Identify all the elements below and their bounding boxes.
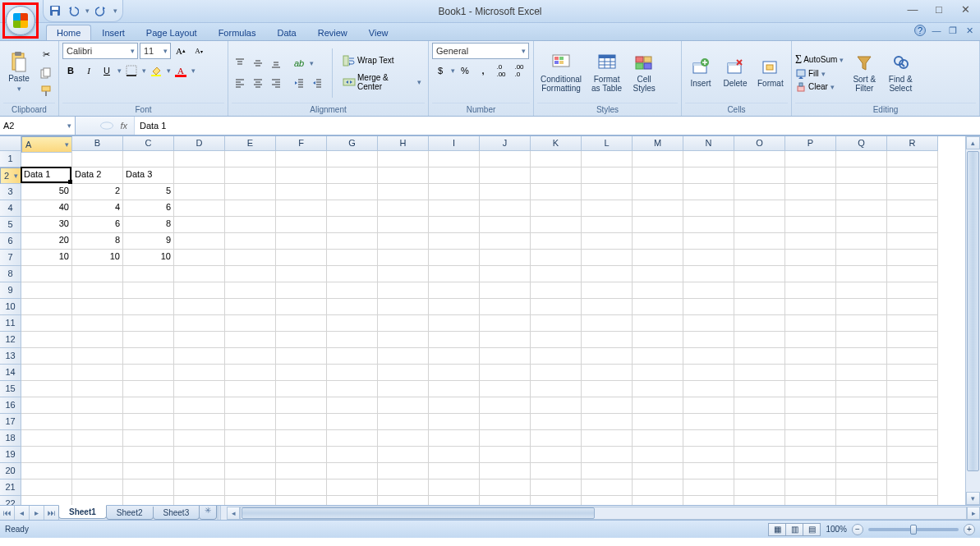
increase-decimal-icon[interactable]: .0.00 bbox=[493, 62, 509, 79]
cell[interactable] bbox=[327, 397, 378, 414]
cell[interactable] bbox=[276, 463, 327, 479]
cell[interactable] bbox=[836, 348, 887, 365]
cell[interactable] bbox=[683, 496, 734, 505]
cell[interactable] bbox=[72, 151, 123, 167]
cell[interactable] bbox=[327, 151, 378, 167]
align-left-icon[interactable] bbox=[232, 75, 248, 91]
insert-cells-button[interactable]: Insert bbox=[685, 56, 716, 89]
cell[interactable] bbox=[633, 250, 683, 266]
zoom-out-icon[interactable]: − bbox=[852, 524, 863, 535]
column-header[interactable]: K bbox=[531, 136, 582, 151]
cell[interactable] bbox=[480, 447, 531, 463]
cell[interactable] bbox=[734, 167, 785, 184]
cell[interactable] bbox=[683, 332, 734, 348]
bold-button[interactable]: B bbox=[62, 62, 79, 79]
cell[interactable] bbox=[72, 479, 123, 496]
cell[interactable] bbox=[582, 266, 633, 282]
cell[interactable] bbox=[887, 184, 938, 200]
cell[interactable] bbox=[174, 266, 225, 282]
column-header[interactable]: I bbox=[429, 136, 480, 151]
cell[interactable] bbox=[327, 414, 378, 430]
cell[interactable] bbox=[785, 447, 836, 463]
cell[interactable] bbox=[174, 200, 225, 217]
paste-button[interactable]: Paste ▾ bbox=[3, 51, 35, 94]
cell[interactable] bbox=[531, 184, 582, 200]
cell[interactable] bbox=[582, 397, 633, 414]
cell[interactable] bbox=[225, 299, 276, 315]
cell[interactable] bbox=[327, 365, 378, 381]
qat-customize-icon[interactable]: ▾ bbox=[113, 7, 117, 15]
sheet-first-icon[interactable]: ⏮ bbox=[0, 506, 15, 520]
cell[interactable] bbox=[276, 233, 327, 250]
cell[interactable] bbox=[276, 266, 327, 282]
formula-value[interactable]: Data 1 bbox=[135, 121, 166, 131]
font-name-select[interactable]: Calibri bbox=[62, 43, 138, 59]
ribbon-tab-page-layout[interactable]: Page Layout bbox=[136, 25, 208, 40]
cell[interactable] bbox=[225, 250, 276, 266]
cell[interactable] bbox=[429, 233, 480, 250]
cell[interactable] bbox=[734, 151, 785, 167]
column-header[interactable]: F bbox=[276, 136, 327, 151]
cell[interactable] bbox=[327, 332, 378, 348]
horizontal-scrollbar[interactable]: ◂ ▸ bbox=[227, 506, 980, 520]
cell[interactable] bbox=[327, 200, 378, 217]
cell[interactable] bbox=[21, 496, 72, 505]
cell[interactable] bbox=[887, 332, 938, 348]
cell[interactable] bbox=[327, 447, 378, 463]
cell[interactable] bbox=[123, 479, 174, 496]
cell[interactable] bbox=[276, 167, 327, 184]
cell[interactable] bbox=[429, 200, 480, 217]
cell[interactable] bbox=[531, 479, 582, 496]
cell[interactable]: 10 bbox=[21, 250, 72, 266]
cell[interactable] bbox=[531, 332, 582, 348]
cell[interactable] bbox=[785, 315, 836, 332]
cell[interactable] bbox=[123, 332, 174, 348]
grow-font-icon[interactable]: A▴ bbox=[173, 43, 189, 59]
cell[interactable] bbox=[276, 414, 327, 430]
cell[interactable] bbox=[276, 447, 327, 463]
maximize-button[interactable]: □ bbox=[927, 2, 950, 16]
ribbon-tab-review[interactable]: Review bbox=[307, 25, 358, 40]
cell[interactable] bbox=[123, 496, 174, 505]
cell[interactable] bbox=[72, 447, 123, 463]
cell[interactable] bbox=[633, 348, 683, 365]
cell[interactable] bbox=[378, 447, 429, 463]
cell[interactable] bbox=[480, 282, 531, 299]
font-size-select[interactable]: 11 bbox=[140, 43, 171, 59]
row-header[interactable]: 16 bbox=[0, 397, 21, 414]
cell[interactable]: Data 3 bbox=[123, 167, 174, 184]
save-icon[interactable] bbox=[48, 4, 62, 17]
cell[interactable] bbox=[734, 217, 785, 233]
cell[interactable] bbox=[72, 332, 123, 348]
cell[interactable] bbox=[785, 299, 836, 315]
cell[interactable] bbox=[327, 266, 378, 282]
cell[interactable] bbox=[174, 184, 225, 200]
fill-dropdown-icon[interactable]: ▾ bbox=[821, 70, 826, 78]
row-header[interactable]: 2 bbox=[0, 167, 21, 184]
cell[interactable] bbox=[225, 282, 276, 299]
cell[interactable] bbox=[683, 365, 734, 381]
decrease-decimal-icon[interactable]: .00.0 bbox=[511, 62, 527, 79]
help-icon[interactable]: ? bbox=[914, 25, 926, 36]
cell[interactable] bbox=[683, 348, 734, 365]
cell[interactable] bbox=[123, 463, 174, 479]
cell[interactable] bbox=[327, 217, 378, 233]
scroll-down-icon[interactable]: ▾ bbox=[966, 492, 980, 505]
cell[interactable] bbox=[174, 282, 225, 299]
cell[interactable] bbox=[785, 151, 836, 167]
cell[interactable] bbox=[21, 299, 72, 315]
cell[interactable] bbox=[836, 200, 887, 217]
page-break-view-icon[interactable]: ▤ bbox=[803, 523, 821, 536]
redo-icon[interactable] bbox=[94, 4, 108, 17]
cell[interactable] bbox=[480, 381, 531, 397]
cell[interactable] bbox=[225, 184, 276, 200]
cell[interactable] bbox=[480, 397, 531, 414]
cell[interactable] bbox=[785, 479, 836, 496]
align-right-icon[interactable] bbox=[268, 75, 284, 91]
cell[interactable] bbox=[225, 381, 276, 397]
cell[interactable] bbox=[734, 397, 785, 414]
cell[interactable] bbox=[734, 233, 785, 250]
cut-icon[interactable]: ✂ bbox=[38, 47, 54, 63]
cell[interactable] bbox=[836, 167, 887, 184]
cell[interactable] bbox=[734, 414, 785, 430]
